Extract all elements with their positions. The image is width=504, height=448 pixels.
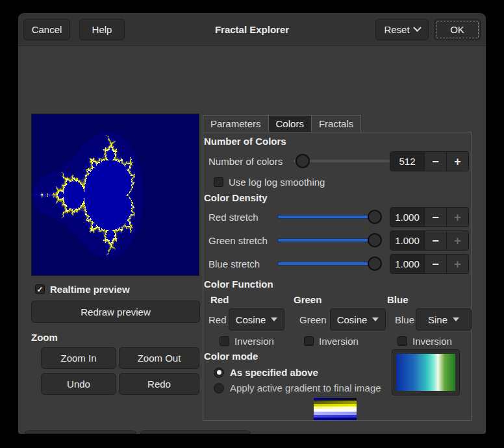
slider-handle[interactable] — [368, 210, 382, 224]
blue-stretch-spinbox: 1.000 − + — [390, 254, 469, 274]
zoom-out-button[interactable]: Zoom Out — [119, 347, 199, 369]
plus-icon[interactable]: + — [446, 152, 468, 171]
fractal-preview-canvas[interactable] — [32, 114, 199, 275]
dropdown-arrow-icon — [453, 317, 459, 321]
color-mode-heading: Color mode — [204, 351, 258, 362]
redraw-preview-button[interactable]: Redraw preview — [31, 301, 200, 323]
dropdown-arrow-icon — [271, 317, 277, 321]
slider-track[interactable] — [278, 262, 381, 265]
apply-gradient-radio-row[interactable]: Apply active gradient to final image — [214, 382, 381, 393]
slider-handle[interactable] — [368, 233, 382, 247]
dialog-titlebar: Cancel Help Fractal Explorer Reset OK — [18, 13, 486, 46]
settings-notebook: Parameters Colors Fractals Number of Col… — [203, 115, 472, 421]
save-settings-button[interactable]: Save Settings — [140, 430, 251, 434]
zoom-in-button[interactable]: Zoom In — [41, 347, 116, 369]
minus-icon[interactable]: − — [424, 208, 446, 227]
fractal-preview-frame — [31, 114, 199, 276]
chevron-down-icon — [413, 23, 422, 32]
red-group-heading: Red — [210, 294, 229, 305]
active-gradient-button[interactable] — [392, 349, 460, 395]
blue-inversion-checkbox-row[interactable]: Inversion — [397, 336, 452, 347]
radio-dot — [217, 370, 221, 375]
tab-parameters[interactable]: Parameters — [203, 115, 269, 132]
green-group-heading: Green — [294, 294, 321, 305]
slider-track[interactable] — [278, 216, 381, 218]
number-of-colors-value[interactable]: 512 — [390, 152, 424, 171]
colormap-stripe-row — [314, 417, 357, 420]
red-channel-label: Red — [208, 314, 227, 325]
as-specified-label: As specified above — [230, 367, 318, 378]
green-inversion-label: Inversion — [319, 336, 359, 347]
load-saved-settings-button: Load Saved Settings — [25, 430, 136, 434]
blue-channel-label: Blue — [395, 314, 414, 325]
zoom-section-heading: Zoom — [31, 332, 58, 343]
slider-track[interactable] — [278, 239, 381, 242]
ok-button[interactable]: OK — [434, 19, 481, 40]
checkbox-unchecked-icon[interactable] — [304, 336, 314, 346]
red-function-dropdown[interactable]: Cosine — [229, 308, 284, 330]
blue-function-value: Sine — [428, 314, 447, 325]
reset-button-label: Reset — [384, 24, 409, 35]
color-function-heading: Color Function — [204, 279, 273, 290]
blue-function-dropdown[interactable]: Sine — [416, 308, 472, 330]
plus-icon: + — [446, 208, 468, 227]
color-density-heading: Color Density — [204, 192, 268, 203]
log-smoothing-checkbox-row[interactable]: Use log log smoothing — [214, 177, 325, 188]
red-stretch-slider[interactable] — [278, 210, 381, 224]
tab-colors[interactable]: Colors — [269, 115, 312, 132]
slider-handle[interactable] — [296, 154, 310, 168]
blue-inversion-label: Inversion — [412, 336, 452, 347]
log-smoothing-label: Use log log smoothing — [229, 177, 325, 188]
dropdown-arrow-icon — [372, 317, 379, 321]
green-stretch-slider[interactable] — [278, 233, 381, 247]
checkbox-checked-icon[interactable]: ✓ — [35, 284, 45, 294]
tab-fractals[interactable]: Fractals — [312, 115, 361, 132]
number-of-colors-heading: Number of Colors — [204, 136, 286, 147]
minus-icon[interactable]: − — [424, 255, 446, 273]
red-stretch-spinbox: 1.000 − + — [390, 207, 469, 227]
minus-icon[interactable]: − — [424, 231, 446, 250]
radio-selected-icon[interactable] — [214, 367, 224, 378]
green-stretch-label: Green stretch — [208, 235, 268, 246]
number-of-colors-slider[interactable] — [294, 154, 390, 168]
as-specified-radio-row[interactable]: As specified above — [214, 367, 318, 378]
blue-group-heading: Blue — [387, 294, 409, 305]
plus-icon: + — [446, 255, 468, 273]
realtime-preview-checkbox-row[interactable]: ✓ Realtime preview — [35, 284, 130, 295]
blue-stretch-value[interactable]: 1.000 — [390, 255, 424, 273]
checkbox-unchecked-icon[interactable] — [214, 177, 223, 187]
red-inversion-checkbox-row[interactable]: Inversion — [220, 336, 274, 347]
green-inversion-checkbox-row[interactable]: Inversion — [304, 336, 359, 347]
notebook-tab-bar: Parameters Colors Fractals — [203, 115, 472, 132]
number-of-colors-label: Number of colors — [208, 156, 283, 167]
gradient-preview — [396, 354, 455, 391]
green-channel-label: Green — [299, 314, 327, 325]
red-stretch-label: Red stretch — [208, 212, 258, 223]
blue-stretch-slider[interactable] — [278, 256, 381, 271]
reset-dropdown-button[interactable]: Reset — [375, 19, 429, 40]
green-function-value: Cosine — [337, 314, 368, 325]
green-stretch-spinbox: 1.000 − + — [390, 230, 469, 251]
red-stretch-value[interactable]: 1.000 — [390, 208, 424, 227]
apply-gradient-label: Apply active gradient to final image — [230, 382, 381, 393]
checkbox-unchecked-icon[interactable] — [397, 336, 407, 346]
slider-handle[interactable] — [368, 256, 382, 271]
colormap-preview — [314, 398, 357, 420]
dialog-content: ✓ Realtime preview Redraw preview Zoom Z… — [18, 46, 486, 433]
green-function-dropdown[interactable]: Cosine — [330, 308, 386, 330]
undo-button[interactable]: Undo — [41, 373, 116, 395]
plus-icon: + — [446, 231, 468, 250]
number-of-colors-spinbox: 512 − + — [390, 151, 469, 171]
fractal-explorer-dialog: Cancel Help Fractal Explorer Reset OK ✓ … — [18, 13, 486, 434]
red-inversion-label: Inversion — [234, 336, 274, 347]
green-stretch-value[interactable]: 1.000 — [390, 231, 424, 250]
minus-icon[interactable]: − — [424, 152, 446, 171]
blue-stretch-label: Blue stretch — [208, 258, 260, 269]
red-function-value: Cosine — [236, 314, 266, 325]
realtime-preview-label: Realtime preview — [50, 284, 130, 295]
redo-button[interactable]: Redo — [119, 373, 199, 395]
screen-background: Cancel Help Fractal Explorer Reset OK ✓ … — [0, 0, 504, 448]
radio-unselected-icon[interactable] — [214, 383, 224, 393]
checkbox-unchecked-icon[interactable] — [220, 336, 229, 346]
